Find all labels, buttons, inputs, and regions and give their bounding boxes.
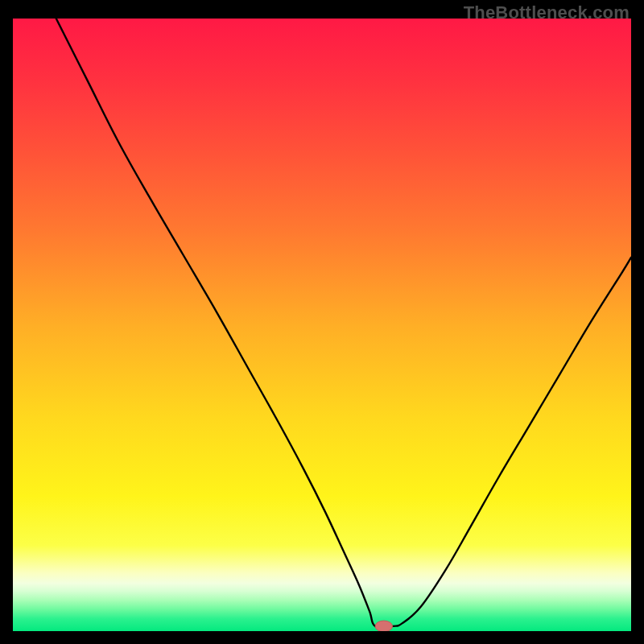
- plot-area: [13, 19, 631, 631]
- chart-stage: TheBottleneck.com: [0, 0, 644, 644]
- gradient-background: [13, 19, 631, 631]
- chart-svg: [13, 19, 631, 631]
- optimal-marker: [375, 621, 393, 631]
